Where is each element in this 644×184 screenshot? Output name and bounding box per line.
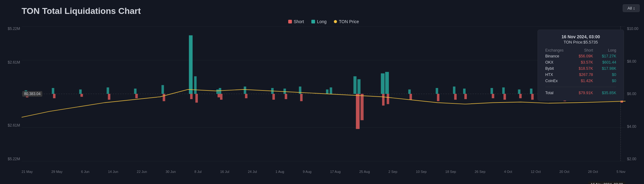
svg-rect-21 — [353, 76, 356, 94]
exchange-bybit: Bybit — [543, 65, 572, 72]
x-label-4: 22 Jun — [137, 170, 147, 174]
htx-long: $0 — [595, 72, 618, 78]
exchange-coinex: CoinEx — [543, 78, 572, 84]
header-short: Short — [572, 48, 595, 53]
tooltip-price: TON Price:$5.5735 — [543, 40, 618, 44]
chart-container: TON Total Liquidations Chart All ↕ Short… — [0, 0, 644, 184]
tooltip-price-value: $5.5735 — [584, 40, 598, 44]
svg-rect-25 — [408, 90, 411, 94]
chart-title: TON Total Liquidations Chart — [22, 6, 625, 16]
legend-price: TON Price — [334, 19, 359, 24]
total-long: $35.85K — [595, 90, 618, 96]
y-right-0: $10.00 — [627, 27, 644, 31]
all-button-label: All ↕ — [627, 6, 635, 10]
svg-rect-11 — [189, 35, 193, 94]
svg-rect-20 — [330, 87, 332, 94]
svg-rect-26 — [436, 88, 438, 94]
svg-rect-62 — [504, 94, 506, 100]
svg-rect-24 — [385, 72, 389, 94]
x-label-17: 4 Oct — [504, 170, 512, 174]
svg-rect-60 — [464, 94, 467, 99]
price-icon — [334, 20, 337, 23]
svg-rect-6 — [52, 88, 54, 94]
binance-short: $56.09K — [572, 53, 595, 59]
svg-rect-47 — [218, 94, 220, 97]
x-label-20: 28 Oct — [588, 170, 598, 174]
exchange-htx: HTX — [543, 72, 572, 78]
tooltip-table: Exchanges Short Long Binance $56.09K $17… — [543, 48, 618, 96]
coinex-long: $0 — [595, 78, 618, 84]
svg-rect-51 — [285, 94, 287, 99]
svg-rect-12 — [194, 76, 197, 94]
bybit-long: $17.98K — [595, 65, 618, 72]
short-icon — [288, 20, 292, 23]
all-button[interactable]: All ↕ — [623, 4, 640, 12]
svg-rect-9 — [134, 89, 136, 94]
okx-short: $3.57K — [572, 59, 595, 65]
tooltip-price-label: TON Price: — [563, 40, 583, 44]
y-right-2: $6.00 — [627, 92, 644, 96]
x-label-15: 18 Sep — [445, 170, 456, 174]
x-label-7: 16 Jul — [220, 170, 229, 174]
svg-rect-44 — [163, 94, 165, 101]
legend-short: Short — [288, 19, 304, 24]
tooltip-row-okx: OKX $3.57K $601.44 — [543, 59, 618, 65]
svg-rect-17 — [284, 89, 286, 94]
x-label-19: 20 Oct — [559, 170, 569, 174]
long-label: Long — [317, 19, 326, 24]
svg-rect-54 — [360, 94, 364, 120]
svg-rect-8 — [107, 87, 109, 94]
tooltip-row-coinex: CoinEx $1.42K $0 — [543, 78, 618, 84]
y-right-4: $2.00 — [627, 157, 644, 161]
svg-rect-53 — [356, 94, 359, 129]
svg-rect-22 — [357, 79, 360, 94]
long-icon — [311, 20, 315, 23]
svg-rect-15 — [244, 86, 246, 94]
svg-rect-31 — [518, 90, 521, 94]
x-label-1: 29 May — [51, 170, 62, 174]
x-label-3: 14 Jun — [108, 170, 118, 174]
okx-long: $601.44 — [595, 59, 618, 65]
x-label-12: 25 Aug — [359, 170, 370, 174]
svg-rect-19 — [326, 90, 328, 94]
y-left-0: $5.22M — [2, 27, 20, 31]
x-axis: 21 May 29 May 6 Jun 14 Jun 22 Jun 30 Jun… — [22, 170, 625, 174]
svg-rect-61 — [492, 94, 494, 98]
total-short: $79.91K — [572, 90, 595, 96]
exchange-okx: OKX — [543, 59, 572, 65]
svg-rect-52 — [300, 94, 303, 101]
svg-rect-63 — [519, 94, 522, 98]
binance-long: $17.27K — [595, 53, 618, 59]
svg-rect-56 — [387, 94, 389, 104]
bybit-short: $18.57K — [572, 65, 595, 72]
tooltip-divider-row — [543, 84, 618, 90]
tooltip-total-row: Total $79.91K $35.85K — [543, 90, 618, 96]
x-label-21: 5 Nov — [617, 170, 625, 174]
tooltip-row-bybit: Bybit $18.57K $17.98K — [543, 65, 618, 72]
svg-rect-49 — [245, 94, 247, 98]
svg-rect-28 — [463, 89, 466, 94]
legend-long: Long — [311, 19, 326, 24]
center-value-label: 80,383.04 — [22, 91, 42, 97]
header-exchange: Exchanges — [543, 48, 572, 53]
y-axis-right: $10.00 $8.00 $6.00 $4.00 $2.00 — [627, 27, 644, 161]
svg-rect-42 — [108, 94, 110, 100]
timestamp-badge: 16 Nov 2024, 03:00 — [588, 182, 625, 184]
svg-rect-7 — [79, 90, 82, 94]
tooltip-datetime: 16 Nov 2024, 03:00 — [543, 34, 618, 39]
svg-rect-48 — [220, 94, 222, 100]
x-label-2: 6 Jun — [81, 170, 89, 174]
header-long: Long — [595, 48, 618, 53]
svg-rect-13 — [216, 90, 219, 94]
svg-rect-50 — [272, 94, 275, 100]
y-right-3: $4.00 — [627, 124, 644, 129]
exchange-binance: Binance — [543, 53, 572, 59]
x-label-6: 8 Jul — [194, 170, 202, 174]
svg-rect-41 — [81, 94, 83, 97]
svg-rect-55 — [382, 94, 384, 106]
tooltip: 16 Nov 2024, 03:00 TON Price:$5.5735 Exc… — [538, 30, 624, 101]
tooltip-header-row: Exchanges Short Long — [543, 48, 618, 53]
y-axis-left: $5.22M $2.61M $2.61M $5.22M — [2, 27, 20, 161]
svg-rect-64 — [531, 94, 534, 100]
x-label-0: 21 May — [22, 170, 33, 174]
